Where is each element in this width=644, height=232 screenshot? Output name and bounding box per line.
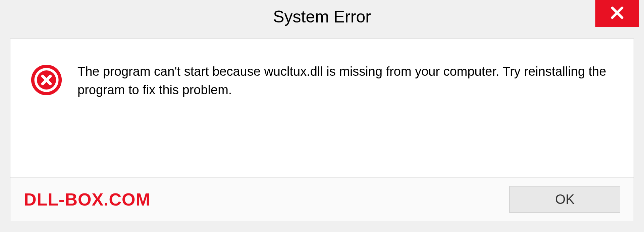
dialog-footer: DLL-BOX.COM OK [10, 177, 634, 221]
ok-button-label: OK [555, 192, 575, 207]
close-button[interactable] [595, 0, 639, 27]
title-bar: System Error [0, 0, 644, 34]
message-area: The program can't start because wucltux.… [10, 39, 634, 119]
close-icon [609, 4, 626, 22]
dialog-title: System Error [273, 7, 371, 26]
dialog-body: The program can't start because wucltux.… [10, 39, 634, 221]
error-message: The program can't start because wucltux.… [77, 62, 613, 99]
error-icon [31, 64, 62, 96]
ok-button[interactable]: OK [509, 186, 620, 213]
watermark-text: DLL-BOX.COM [24, 189, 151, 210]
